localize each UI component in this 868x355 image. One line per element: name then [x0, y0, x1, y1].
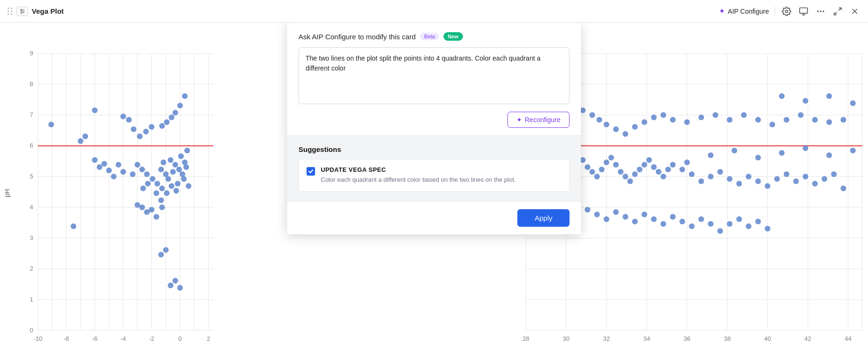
svg-point-259 — [755, 219, 761, 224]
svg-point-167 — [613, 162, 619, 168]
svg-point-226 — [841, 186, 846, 191]
svg-point-256 — [727, 221, 732, 227]
svg-point-54 — [178, 153, 184, 159]
svg-point-163 — [594, 174, 600, 179]
svg-text:36: 36 — [684, 335, 690, 342]
svg-point-105 — [97, 164, 102, 170]
svg-point-208 — [841, 117, 846, 123]
svg-point-196 — [670, 117, 676, 123]
svg-point-178 — [665, 167, 671, 172]
suggestion-label: UPDATE VEGA SPEC — [321, 166, 561, 173]
svg-point-92 — [182, 93, 188, 99]
svg-text:9: 9 — [30, 50, 33, 57]
svg-point-199 — [713, 112, 718, 118]
svg-text:30: 30 — [563, 335, 570, 342]
svg-point-200 — [727, 117, 732, 123]
svg-point-244 — [613, 209, 619, 215]
svg-point-68 — [181, 176, 187, 182]
svg-point-222 — [803, 174, 808, 179]
header-divider — [775, 7, 775, 16]
svg-point-236 — [803, 98, 808, 104]
svg-point-87 — [126, 117, 132, 123]
svg-text:6: 6 — [30, 142, 33, 149]
svg-point-166 — [608, 155, 614, 160]
svg-point-99 — [139, 204, 145, 210]
svg-point-189 — [604, 122, 609, 127]
svg-point-231 — [779, 150, 785, 156]
svg-point-95 — [169, 115, 174, 120]
reconfigure-label: Reconfigure — [525, 116, 561, 124]
svg-text:0: 0 — [178, 335, 181, 342]
svg-point-193 — [642, 119, 647, 125]
svg-point-84 — [48, 122, 54, 127]
svg-point-103 — [159, 204, 165, 210]
reconfigure-star-icon: ✦ — [516, 116, 522, 124]
svg-point-217 — [755, 178, 761, 184]
modal-top-section: Ask AIP Configure to modify this card Be… — [287, 23, 581, 136]
svg-point-94 — [172, 110, 178, 115]
svg-point-111 — [78, 138, 83, 144]
prompt-textarea[interactable] — [298, 47, 570, 104]
svg-point-214 — [727, 176, 732, 182]
svg-point-91 — [149, 124, 154, 130]
svg-point-233 — [826, 152, 832, 158]
close-button[interactable] — [849, 6, 860, 17]
svg-point-252 — [689, 223, 695, 229]
card-type-label: $I — [20, 8, 25, 15]
svg-point-5 — [820, 10, 821, 12]
svg-point-212 — [708, 174, 714, 179]
svg-point-90 — [143, 129, 149, 134]
svg-point-57 — [184, 148, 190, 153]
svg-text:38: 38 — [724, 335, 731, 342]
svg-point-82 — [145, 181, 151, 186]
svg-point-161 — [585, 164, 590, 170]
monitor-button[interactable] — [798, 6, 809, 17]
svg-point-170 — [627, 178, 633, 184]
svg-text:8: 8 — [30, 80, 33, 88]
svg-point-216 — [746, 174, 751, 179]
svg-point-254 — [708, 221, 714, 227]
svg-point-201 — [741, 112, 747, 118]
svg-point-211 — [698, 178, 704, 184]
svg-point-109 — [116, 162, 121, 168]
svg-point-56 — [176, 167, 182, 172]
svg-point-69 — [186, 183, 191, 189]
svg-text:34: 34 — [643, 335, 650, 342]
svg-point-101 — [149, 207, 154, 213]
svg-point-195 — [660, 112, 666, 118]
svg-text:2: 2 — [30, 265, 33, 272]
svg-point-248 — [651, 216, 657, 222]
svg-text:44: 44 — [845, 335, 851, 342]
svg-point-241 — [585, 207, 590, 213]
svg-point-63 — [170, 169, 176, 175]
aip-configure-button[interactable]: ✦ AIP Configure — [719, 7, 769, 16]
main-card: $I Vega Plot ✦ AIP Configure — [0, 0, 868, 355]
svg-point-247 — [642, 212, 647, 217]
svg-point-61 — [175, 181, 181, 186]
svg-point-104 — [92, 157, 98, 163]
svg-point-118 — [158, 252, 164, 257]
svg-text:-4: -4 — [120, 335, 126, 342]
drag-handle[interactable] — [8, 8, 13, 15]
svg-point-74 — [154, 181, 160, 186]
svg-point-78 — [144, 171, 150, 177]
svg-point-204 — [784, 117, 789, 123]
svg-point-215 — [736, 181, 742, 186]
aip-configure-modal: Ask AIP Configure to modify this card Be… — [287, 23, 581, 234]
svg-point-76 — [154, 190, 159, 196]
fullscreen-button[interactable] — [832, 6, 843, 17]
svg-point-220 — [784, 171, 789, 177]
apply-button[interactable]: Apply — [517, 209, 570, 227]
gear-button[interactable] — [781, 6, 792, 17]
suggestions-section: Suggestions UPDATE VEGA SPEC Color each … — [287, 136, 581, 201]
svg-point-165 — [604, 160, 609, 165]
suggestion-checkbox[interactable] — [307, 167, 315, 176]
svg-text:pH: pH — [3, 189, 11, 197]
svg-point-210 — [689, 171, 695, 177]
more-button[interactable] — [815, 6, 826, 17]
svg-point-194 — [651, 115, 657, 120]
svg-point-58 — [172, 162, 178, 168]
reconfigure-button[interactable]: ✦ Reconfigure — [507, 112, 570, 128]
svg-point-81 — [130, 171, 136, 177]
svg-point-206 — [812, 117, 818, 123]
